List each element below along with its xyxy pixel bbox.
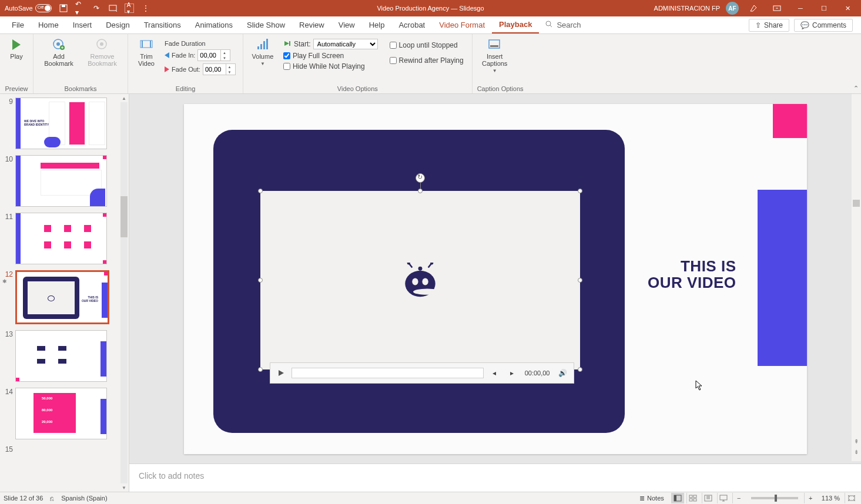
resize-handle-bl[interactable] xyxy=(258,367,263,372)
thumbnail-12[interactable]: 12 ✱ THIS ISOUR VIDEO xyxy=(2,270,129,324)
tab-design[interactable]: Design xyxy=(99,16,136,33)
video-step-back-button[interactable]: ◂ xyxy=(487,366,501,380)
scroll-up-icon[interactable]: ▲ xyxy=(119,94,129,102)
scroll-down-icon[interactable]: ▼ xyxy=(119,483,129,492)
tab-file[interactable]: File xyxy=(5,16,31,33)
thumbnail-15[interactable]: 15 xyxy=(2,445,129,453)
accessibility-icon[interactable]: ⎌ xyxy=(50,495,54,502)
tab-view[interactable]: View xyxy=(331,16,362,33)
prev-slide-icon[interactable]: ⇞ xyxy=(852,438,861,445)
fade-in-input[interactable] xyxy=(198,52,220,59)
comments-button[interactable]: 💬Comments xyxy=(794,19,853,32)
canvas-vertical-scrollbar[interactable]: ⇞ ⇟ xyxy=(852,94,861,461)
trim-video-button[interactable]: Trim Video xyxy=(133,38,160,67)
tab-help[interactable]: Help xyxy=(362,16,392,33)
fade-out-down[interactable]: ▼ xyxy=(226,69,233,75)
fade-out-spinner[interactable]: ▲▼ xyxy=(203,63,236,75)
slide[interactable]: THIS IS OUR VIDEO xyxy=(184,104,807,454)
video-placeholder-selected[interactable]: ◂ ▸ 00:00,00 🔊 xyxy=(260,191,580,369)
thumbnail-card[interactable]: WE DIVE INTOBRAND IDENTITY xyxy=(15,98,107,149)
tab-review[interactable]: Review xyxy=(292,16,331,33)
font-icon[interactable]: A ▾ xyxy=(125,4,134,13)
thumbnail-card[interactable] xyxy=(15,330,107,382)
language-status[interactable]: Spanish (Spain) xyxy=(61,495,107,502)
scroll-thumb[interactable] xyxy=(120,196,128,237)
video-step-forward-button[interactable]: ▸ xyxy=(505,366,519,380)
resize-handle-tl[interactable] xyxy=(258,189,263,193)
paint-format-icon[interactable] xyxy=(745,2,762,14)
undo-icon[interactable]: ↶ ▾ xyxy=(75,4,85,13)
collapse-ribbon-icon[interactable]: ⌃ xyxy=(853,85,859,92)
qat-more-icon[interactable]: ⋮ xyxy=(141,4,150,13)
autosave-toggle[interactable]: AutoSave Off xyxy=(5,4,52,12)
zoom-slider-thumb[interactable] xyxy=(775,495,777,502)
resize-handle-ml[interactable] xyxy=(258,278,263,283)
video-volume-button[interactable]: 🔊 xyxy=(556,366,570,380)
play-button[interactable]: Play xyxy=(5,38,28,60)
next-slide-icon[interactable]: ⇟ xyxy=(852,449,861,455)
play-full-screen-checkbox[interactable] xyxy=(283,52,290,59)
video-progress[interactable] xyxy=(292,368,484,378)
volume-button[interactable]: Volume ▼ xyxy=(248,38,277,66)
play-full-screen-row[interactable]: Play Full Screen xyxy=(283,52,378,60)
fade-in-spinner[interactable]: ▲▼ xyxy=(197,49,230,61)
thumbnail-14[interactable]: 14 50,000 80,000 20,000 xyxy=(2,388,129,439)
loop-checkbox[interactable] xyxy=(390,42,397,49)
notes-toggle[interactable]: ≣Notes xyxy=(635,495,669,502)
tab-playback[interactable]: Playback xyxy=(492,16,539,33)
start-select[interactable]: Automatically xyxy=(313,39,378,49)
resize-handle-tm[interactable] xyxy=(418,189,423,193)
zoom-slider[interactable] xyxy=(751,497,798,499)
tab-video-format[interactable]: Video Format xyxy=(432,16,492,33)
fit-to-window-icon[interactable] xyxy=(845,493,857,503)
slide-count[interactable]: Slide 12 of 36 xyxy=(4,495,43,502)
account-label[interactable]: ADMINISTRACION FP xyxy=(654,5,720,12)
tab-animations[interactable]: Animations xyxy=(188,16,240,33)
tab-insert[interactable]: Insert xyxy=(66,16,99,33)
fade-out-input[interactable] xyxy=(203,66,226,73)
hide-while-not-playing-row[interactable]: Hide While Not Playing xyxy=(283,62,378,70)
ribbon-display-icon[interactable] xyxy=(768,2,786,14)
thumbnail-scrollbar[interactable]: ▲ ▼ xyxy=(119,94,129,492)
share-button[interactable]: ⇪Share xyxy=(749,19,789,32)
thumbnail-10[interactable]: 10 xyxy=(2,155,129,207)
close-button[interactable]: ✕ xyxy=(839,2,856,14)
hide-while-not-playing-checkbox[interactable] xyxy=(283,63,290,70)
thumbnail-card[interactable] xyxy=(15,213,107,264)
slideshow-view-icon[interactable] xyxy=(717,493,730,503)
rewind-checkbox[interactable] xyxy=(390,57,397,64)
tab-slide-show[interactable]: Slide Show xyxy=(240,16,292,33)
tab-transitions[interactable]: Transitions xyxy=(137,16,188,33)
minimize-button[interactable]: ─ xyxy=(792,2,809,14)
thumbnail-11[interactable]: 11 xyxy=(2,213,129,264)
resize-handle-br[interactable] xyxy=(578,367,582,372)
thumbnail-13[interactable]: 13 xyxy=(2,330,129,382)
slide-sorter-view-icon[interactable] xyxy=(686,493,699,503)
notes-pane[interactable]: Click to add notes xyxy=(129,463,861,492)
thumbnail-card[interactable]: 50,000 80,000 20,000 xyxy=(15,388,107,439)
canvas-scroll-thumb[interactable] xyxy=(853,200,860,207)
fade-in-up[interactable]: ▲ xyxy=(221,50,227,55)
thumbnail-card[interactable]: THIS ISOUR VIDEO xyxy=(15,270,109,324)
start-from-beginning-icon[interactable] xyxy=(108,4,118,13)
add-bookmark-button[interactable]: Add Bookmark xyxy=(38,38,79,67)
resize-handle-tr[interactable] xyxy=(578,189,582,193)
thumbnail-pane[interactable]: 9 WE DIVE INTOBRAND IDENTITY 10 xyxy=(0,94,129,492)
zoom-out-button[interactable]: − xyxy=(732,493,745,503)
normal-view-icon[interactable] xyxy=(671,493,684,503)
slide-area[interactable]: THIS IS OUR VIDEO xyxy=(129,94,861,463)
insert-captions-button[interactable]: Insert Captions ▼ xyxy=(477,38,512,73)
video-inner[interactable] xyxy=(260,191,580,369)
tab-acrobat[interactable]: Acrobat xyxy=(391,16,432,33)
rotation-handle[interactable] xyxy=(416,173,425,183)
zoom-percent[interactable]: 113 % xyxy=(819,495,842,502)
tab-home[interactable]: Home xyxy=(31,16,66,33)
thumbnail-9[interactable]: 9 WE DIVE INTOBRAND IDENTITY xyxy=(2,98,129,149)
rewind-row[interactable]: Rewind after Playing xyxy=(390,56,464,65)
thumbnail-card[interactable] xyxy=(15,155,107,207)
redo-icon[interactable]: ↷ xyxy=(92,4,101,13)
fade-out-up[interactable]: ▲ xyxy=(226,64,233,69)
zoom-in-button[interactable]: + xyxy=(804,493,817,503)
scroll-track[interactable] xyxy=(120,102,128,483)
video-play-button[interactable] xyxy=(274,366,288,380)
